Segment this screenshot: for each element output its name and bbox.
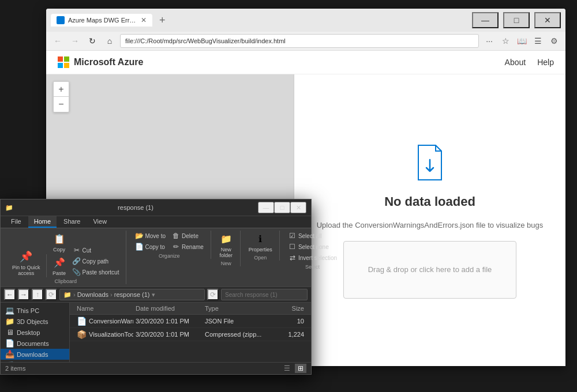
fe-move-to-button[interactable]: 📂 Move to: [132, 231, 168, 241]
svg-rect-0: [58, 56, 63, 62]
fe-select-all-button[interactable]: ☑ Select all: [286, 231, 339, 241]
fe-tab-view[interactable]: View: [87, 216, 113, 228]
fe-copy-path-icon: 🔗: [72, 257, 81, 266]
fe-paste-button[interactable]: 📌 Paste: [50, 254, 69, 277]
settings-icon[interactable]: ⚙: [547, 34, 561, 48]
tab-close-button[interactable]: ✕: [141, 16, 147, 24]
fe-view-list-button[interactable]: ☰: [281, 364, 293, 373]
fe-sidebar-item-thispc[interactable]: 💻 This PC: [1, 305, 69, 316]
new-tab-button[interactable]: +: [155, 14, 170, 27]
fe-file-name-1: 📦 VisualizationTool: [74, 330, 133, 339]
fe-file-size-0: 10: [272, 318, 306, 325]
fe-file-icon-1: 📦: [77, 330, 87, 339]
fe-file-date-1: 3/20/2020 1:01 PM: [133, 331, 203, 338]
fe-pin-button[interactable]: 📌 Pin to Quickaccess: [10, 248, 43, 277]
zoom-in-button[interactable]: +: [54, 82, 69, 97]
hub-icon[interactable]: ☰: [531, 34, 545, 48]
toolbar-actions: ··· ☆ 📖 ☰ ⚙: [482, 34, 561, 48]
close-button[interactable]: ✕: [534, 12, 561, 28]
fe-clipboard-label: Clipboard: [54, 278, 77, 284]
fe-sidebar-item-desktop[interactable]: 🖥 Desktop: [1, 327, 69, 338]
fe-path-response: response (1): [114, 291, 150, 298]
fe-view-grid-button[interactable]: ⊞: [295, 364, 306, 373]
fe-new-folder-icon: 📁: [219, 232, 233, 246]
svg-rect-2: [58, 63, 63, 68]
fe-tab-home[interactable]: Home: [28, 216, 57, 228]
fe-delete-button[interactable]: 🗑 Delete: [169, 231, 206, 241]
fe-copy-to-icon: 📄: [134, 242, 144, 251]
nav-about[interactable]: About: [505, 58, 526, 67]
azure-logo-icon: [58, 56, 69, 68]
azure-logo: Microsoft Azure: [58, 56, 143, 68]
fe-header-date[interactable]: Date modified: [133, 304, 203, 313]
fe-sidebar-item-downloads[interactable]: 📥 Downloads: [1, 349, 69, 360]
minimize-button[interactable]: —: [472, 12, 499, 28]
fe-forward-button[interactable]: →: [18, 289, 29, 300]
fe-minimize-button[interactable]: —: [258, 202, 274, 213]
fe-sidebar-item-3d[interactable]: 📁 3D Objects: [1, 316, 69, 327]
fe-organize-label: Organize: [159, 253, 180, 259]
fe-tab-share[interactable]: Share: [58, 216, 86, 228]
fe-sidebar-item-documents[interactable]: 📄 Documents: [1, 338, 69, 349]
nav-help[interactable]: Help: [537, 58, 554, 67]
fe-file-date-0: 3/20/2020 1:01 PM: [133, 318, 203, 325]
fe-copy-to-button[interactable]: 📄 Copy to: [132, 242, 168, 252]
fe-pin-label: Pin to Quickaccess: [12, 265, 40, 276]
fe-ribbon-content: 📌 Pin to Quickaccess 📋 Copy 📌 Paste: [1, 228, 311, 287]
fe-paste-shortcut-button[interactable]: 📎 Paste shortcut: [70, 267, 122, 277]
fe-new-folder-button[interactable]: 📁 Newfolder: [217, 231, 235, 259]
fe-select-all-label: Select all: [298, 233, 322, 239]
fe-delete-label: Delete: [182, 233, 198, 239]
fe-organize-buttons: 📂 Move to 📄 Copy to 🗑 Delete: [132, 231, 205, 252]
fe-invert-selection-button[interactable]: ⇄ Invert selection: [286, 252, 339, 263]
fe-close-button[interactable]: ✕: [290, 202, 306, 213]
fe-titlebar: 📁 response (1) — □ ✕: [1, 199, 311, 216]
fe-file-row-1[interactable]: 📦 VisualizationTool 3/20/2020 1:01 PM Co…: [70, 328, 311, 341]
fe-select-none-button[interactable]: ☐ Select none: [286, 242, 339, 252]
fe-copy-button[interactable]: 📋 Copy: [50, 231, 69, 254]
fe-search-input[interactable]: [221, 289, 308, 300]
fe-file-size-1: 1,224: [272, 331, 306, 338]
fe-invert-label: Invert selection: [298, 255, 337, 261]
fe-header-type[interactable]: Type: [203, 304, 272, 313]
fe-cut-button[interactable]: ✂ Cut: [70, 245, 122, 255]
favorites-icon[interactable]: ☆: [499, 34, 512, 48]
fe-open-label: Open: [254, 255, 267, 261]
fe-title-icons: 📁: [5, 204, 13, 212]
forward-button[interactable]: →: [68, 34, 82, 48]
fe-path-bar[interactable]: 📁 › Downloads › response (1) ▾: [59, 289, 205, 300]
more-button[interactable]: ···: [482, 34, 496, 48]
browser-tab[interactable]: Azure Maps DWG Error Visua... ✕: [51, 14, 152, 27]
fe-up-button[interactable]: ↑: [32, 289, 43, 300]
fe-header-name[interactable]: Name: [74, 304, 133, 313]
app-header: Microsoft Azure About Help: [46, 51, 565, 74]
file-drop-zone[interactable]: Drag & drop or click here to add a file: [343, 241, 516, 299]
fe-refresh-button[interactable]: ⟳: [46, 289, 57, 300]
fe-title-text: response (1): [17, 204, 254, 211]
fe-tab-file[interactable]: File: [5, 216, 27, 228]
fe-path-sep1: ›: [73, 291, 76, 298]
fe-file-row-0[interactable]: 📄 ConversionWarningsAndErrors 3/20/2020 …: [70, 315, 311, 328]
refresh-button[interactable]: ↻: [85, 34, 99, 48]
fe-copy-path-button[interactable]: 🔗 Copy path: [70, 256, 122, 266]
fe-copy-path-label: Copy path: [83, 258, 109, 265]
fe-path-refresh[interactable]: ⟳: [207, 289, 219, 300]
zoom-out-button[interactable]: −: [54, 97, 69, 112]
back-button[interactable]: ←: [51, 34, 65, 48]
address-bar[interactable]: [120, 34, 479, 48]
fe-properties-button[interactable]: ℹ Properties: [246, 231, 275, 254]
fe-new-folder-label: Newfolder: [220, 247, 233, 258]
fe-maximize-button[interactable]: □: [274, 202, 290, 213]
app-nav: About Help: [505, 58, 554, 67]
fe-back-button[interactable]: ←: [4, 289, 16, 300]
fe-new-buttons: 📁 Newfolder: [217, 231, 235, 259]
reading-icon[interactable]: 📖: [515, 34, 529, 48]
fe-rename-button[interactable]: ✏ Rename: [169, 242, 206, 252]
home-button[interactable]: ⌂: [103, 34, 117, 48]
maximize-button[interactable]: □: [503, 12, 530, 28]
fe-3d-label: 3D Objects: [17, 318, 48, 325]
fe-desktop-icon: 🖥: [5, 328, 14, 337]
fe-ribbon-group-open: ℹ Properties Open: [242, 231, 280, 261]
fe-list-header[interactable]: Name Date modified Type Size: [70, 303, 311, 315]
fe-header-size[interactable]: Size: [272, 304, 306, 313]
